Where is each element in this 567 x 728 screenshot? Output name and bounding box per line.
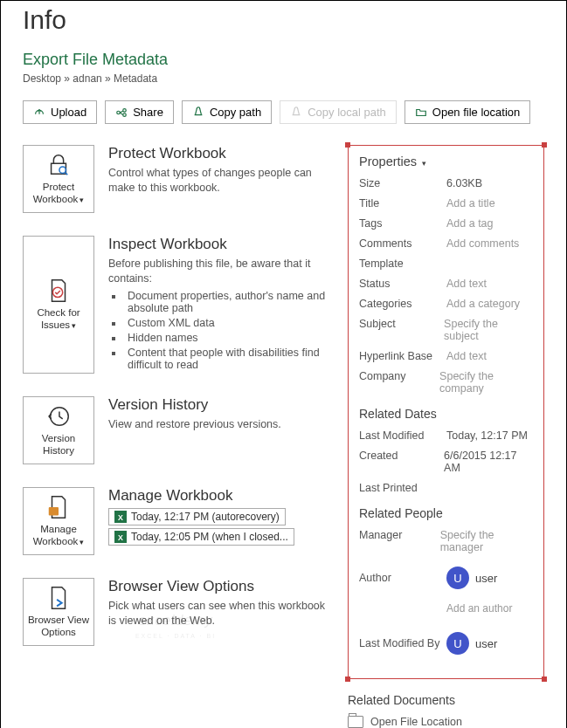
open-file-location-button[interactable]: Open file location <box>405 100 530 124</box>
chevron-down-icon: ▾ <box>72 321 76 330</box>
history-icon <box>45 403 72 429</box>
manage-workbook-tile[interactable]: Manage Workbook▾ <box>23 487 94 555</box>
inspect-item: Hidden names <box>124 332 328 344</box>
property-row: StatusAdd text <box>359 278 533 290</box>
property-label: Title <box>359 197 446 209</box>
page-check-icon <box>45 278 72 304</box>
chevron-down-icon: ▾ <box>80 538 84 546</box>
last-modified-by-label: Last Modified By <box>359 637 446 649</box>
property-value[interactable]: Add comments <box>446 237 519 250</box>
property-value[interactable]: Add text <box>446 278 487 290</box>
breadcrumb[interactable]: Desktop » adnan » Metadata <box>23 72 544 85</box>
date-value: Today, 12:17 PM <box>446 429 528 442</box>
property-value[interactable]: Add a title <box>446 197 495 209</box>
property-row: TitleAdd a title <box>359 197 533 209</box>
workbook-icon <box>45 494 72 520</box>
upload-button[interactable]: Upload <box>23 100 97 124</box>
version-title: Version History <box>108 396 328 414</box>
folder-icon <box>348 716 363 728</box>
share-button[interactable]: Share <box>105 100 174 124</box>
manager-label: Manager <box>359 529 440 553</box>
property-row: Hyperlink BaseAdd text <box>359 350 533 362</box>
copy-icon <box>192 106 204 119</box>
chevron-down-icon: ▾ <box>80 196 84 204</box>
browser-desc: Pick what users can see when this workbo… <box>108 599 328 628</box>
avatar[interactable]: U <box>446 632 469 655</box>
protect-desc: Control what types of changes people can… <box>108 166 328 196</box>
date-row: Last ModifiedToday, 12:17 PM <box>359 429 533 442</box>
version-item[interactable]: X Today, 12:05 PM (when I closed... <box>108 528 294 546</box>
inspect-title: Inspect Workbook <box>108 236 328 253</box>
share-label: Share <box>133 106 163 119</box>
related-dates-header: Related Dates <box>359 407 533 421</box>
upload-label: Upload <box>51 106 86 119</box>
excel-icon: X <box>114 511 127 523</box>
property-label: Subject <box>359 318 444 342</box>
open-loc-label: Open file location <box>432 106 520 119</box>
property-value[interactable]: Specify the subject <box>444 318 533 342</box>
check-for-issues-tile[interactable]: Check for Issues▾ <box>23 236 94 374</box>
version-item[interactable]: X Today, 12:17 PM (autorecovery) <box>108 508 286 525</box>
inspect-list: Document properties, author's name and a… <box>124 290 328 371</box>
page-title: Info <box>23 5 544 35</box>
date-label: Created <box>359 450 444 474</box>
property-label: Company <box>359 370 439 395</box>
copy-path-label: Copy path <box>210 106 261 119</box>
manage-section: Manage Workbook▾ Manage Workbook X Today… <box>23 487 328 555</box>
add-author-button[interactable]: Add an author <box>359 602 533 615</box>
properties-dropdown[interactable]: Properties ▾ <box>359 155 533 168</box>
property-row: Template <box>359 258 533 270</box>
protect-section: Protect Workbook▾ Protect Workbook Contr… <box>23 145 328 213</box>
protect-workbook-tile[interactable]: Protect Workbook▾ <box>23 145 94 213</box>
copy-local-icon <box>290 106 302 119</box>
property-value[interactable]: Add text <box>446 350 487 362</box>
property-value: 6.03KB <box>446 177 482 189</box>
inspect-item: Custom XML data <box>124 317 328 329</box>
author-label: Author <box>359 572 446 584</box>
properties-panel: Properties ▾ Size6.03KBTitleAdd a titleT… <box>348 145 544 679</box>
svg-text:X: X <box>118 532 123 541</box>
manager-value[interactable]: Specify the manager <box>440 529 533 553</box>
date-label: Last Printed <box>359 482 446 494</box>
property-row: TagsAdd a tag <box>359 217 533 230</box>
property-label: Size <box>359 177 446 189</box>
open-file-location-link[interactable]: Open File Location <box>348 716 544 728</box>
share-icon <box>115 106 128 119</box>
property-value[interactable]: Add a category <box>446 298 520 310</box>
date-row: Created6/6/2015 12:17 AM <box>359 450 533 474</box>
inspect-desc: Before publishing this file, be aware th… <box>108 257 328 286</box>
inspect-section: Check for Issues▾ Inspect Workbook Befor… <box>23 236 328 374</box>
property-value[interactable]: Add a tag <box>446 217 494 230</box>
copy-path-button[interactable]: Copy path <box>182 100 272 124</box>
folder-open-icon <box>415 106 427 119</box>
svg-point-0 <box>59 167 66 174</box>
browser-title: Browser View Options <box>108 578 328 595</box>
svg-text:X: X <box>118 512 123 521</box>
property-label: Template <box>359 258 446 270</box>
date-row: Last Printed <box>359 482 533 494</box>
date-value: 6/6/2015 12:17 AM <box>444 450 533 474</box>
inspect-item: Content that people with disabilities fi… <box>124 347 328 371</box>
related-people-header: Related People <box>359 506 533 520</box>
lock-icon <box>45 152 72 178</box>
version-history-tile[interactable]: Version History <box>23 396 94 464</box>
excel-icon: X <box>114 531 127 543</box>
property-label: Hyperlink Base <box>359 350 446 362</box>
protect-title: Protect Workbook <box>108 145 328 162</box>
property-label: Tags <box>359 217 446 230</box>
toolbar: Upload Share Copy path Copy local path O… <box>23 100 544 124</box>
avatar[interactable]: U <box>446 567 469 589</box>
property-row: SubjectSpecify the subject <box>359 318 533 342</box>
upload-icon <box>33 106 45 119</box>
page-arrow-icon <box>45 585 72 611</box>
manage-title: Manage Workbook <box>108 487 328 505</box>
file-name: Export File Metadata <box>23 51 544 69</box>
property-row: Size6.03KB <box>359 177 533 189</box>
property-value[interactable]: Specify the company <box>439 370 533 395</box>
version-section: Version History Version History View and… <box>23 396 328 464</box>
browser-view-options-tile[interactable]: Browser View Options <box>23 578 94 646</box>
property-label: Comments <box>359 237 446 250</box>
copy-local-label: Copy local path <box>308 106 386 119</box>
property-row: CommentsAdd comments <box>359 237 533 250</box>
property-label: Categories <box>359 298 446 310</box>
